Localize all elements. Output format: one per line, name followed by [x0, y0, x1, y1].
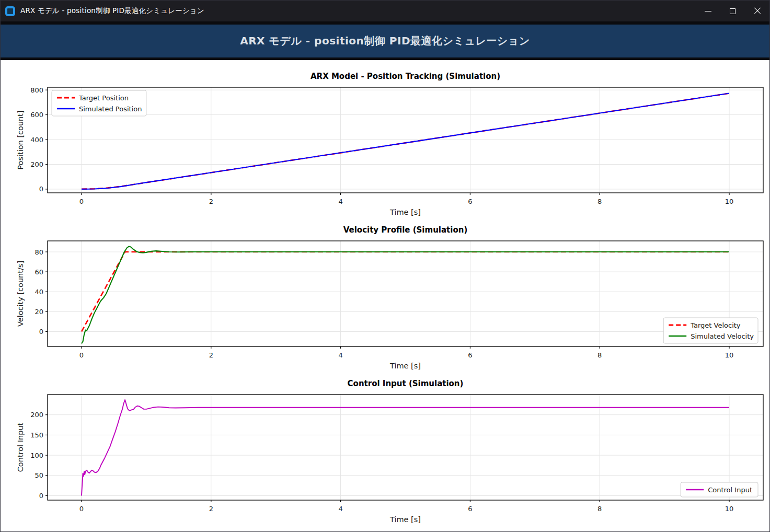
window-controls [696, 1, 769, 21]
x-tick-label: 4 [338, 351, 342, 359]
x-tick-label: 10 [725, 351, 734, 359]
y-tick-label: 0 [39, 185, 43, 193]
legend: Control Input [681, 482, 758, 497]
legend-label-target-velocity: Target Velocity [690, 321, 741, 329]
legend: Target PositionSimulated Position [52, 90, 146, 116]
x-tick-label: 6 [468, 198, 472, 205]
maximize-button[interactable] [720, 1, 745, 21]
app-window: ARX モデル - position制御 PID最適化シミュレーション ARX … [0, 0, 770, 532]
close-button[interactable] [745, 1, 769, 21]
control-x-axis-label: Time [s] [48, 515, 763, 524]
y-tick-label: 600 [30, 111, 43, 119]
window-title: ARX モデル - position制御 PID最適化シミュレーション [20, 6, 204, 16]
x-tick-label: 6 [468, 505, 472, 513]
y-tick-label: 50 [35, 471, 43, 479]
x-tick-label: 8 [597, 198, 602, 205]
x-tick-label: 2 [209, 351, 213, 359]
y-tick-label: 100 [30, 452, 43, 459]
y-tick-label: 60 [35, 268, 43, 276]
series-line-control-input [82, 400, 729, 495]
x-tick-label: 2 [209, 198, 213, 205]
velocity-x-axis-label: Time [s] [48, 362, 763, 370]
titlebar: ARX モデル - position制御 PID最適化シミュレーション [1, 1, 769, 21]
chart-0-svg: 02468100200400600800Target PositionSimul… [1, 71, 770, 224]
y-tick-label: 0 [39, 492, 43, 500]
chart-2-svg: 0246810050100150200Control Input [1, 378, 770, 531]
x-tick-label: 0 [79, 505, 84, 513]
position-y-axis-label: Position [count] [16, 87, 25, 193]
axes-frame [48, 87, 763, 193]
y-tick-label: 400 [30, 136, 43, 144]
x-tick-label: 8 [597, 351, 602, 359]
axes-frame [48, 395, 763, 500]
chart-1-canvas: 0246810020406080Target VelocitySimulated… [1, 224, 770, 378]
velocity-y-axis-label: Velocity [count/s] [16, 241, 25, 346]
chart-section-control: Control Input (Simulation) 0246810050100… [1, 378, 770, 531]
x-tick-label: 10 [725, 198, 734, 205]
x-tick-label: 2 [209, 505, 213, 513]
x-tick-label: 4 [338, 505, 342, 513]
y-tick-label: 80 [35, 248, 43, 256]
position-x-axis-label: Time [s] [48, 208, 763, 216]
x-tick-label: 6 [468, 351, 472, 359]
legend: Target VelocitySimulated Velocity [663, 318, 758, 343]
figure-area: ARX Model - Position Tracking (Simulatio… [1, 60, 769, 531]
chart-1-svg: 0246810020406080Target VelocitySimulated… [1, 224, 770, 378]
app-icon [5, 6, 15, 16]
chart-section-position: ARX Model - Position Tracking (Simulatio… [1, 71, 770, 224]
x-tick-label: 10 [725, 505, 734, 513]
minimize-button[interactable] [696, 1, 720, 21]
legend-label-target-position: Target Position [78, 94, 129, 102]
chart-section-velocity: Velocity Profile (Simulation) 0246810020… [1, 224, 770, 378]
x-tick-label: 4 [338, 198, 342, 205]
y-tick-label: 20 [35, 308, 43, 316]
series-line-simulated-velocity [82, 247, 729, 344]
y-tick-label: 150 [30, 431, 43, 439]
y-tick-label: 200 [30, 160, 43, 168]
chart-2-canvas: 0246810050100150200Control Input [1, 378, 770, 531]
series-line-simulated-position [82, 94, 729, 189]
minimize-icon [705, 11, 711, 11]
legend-label-simulated-position: Simulated Position [79, 105, 142, 113]
y-tick-label: 0 [39, 328, 43, 336]
axes-frame [48, 241, 763, 346]
y-tick-label: 200 [30, 411, 43, 419]
y-tick-label: 800 [30, 86, 43, 94]
x-tick-label: 8 [597, 505, 602, 513]
x-tick-label: 0 [79, 198, 84, 205]
maximize-icon [730, 8, 735, 14]
banner-title: ARX モデル - position制御 PID最適化シミュレーション [240, 34, 530, 48]
close-icon [754, 7, 761, 15]
legend-label-simulated-velocity: Simulated Velocity [691, 332, 754, 340]
legend-label-control-input: Control Input [708, 486, 752, 494]
x-tick-label: 0 [79, 351, 84, 359]
y-tick-label: 40 [35, 288, 43, 296]
chart-0-canvas: 02468100200400600800Target PositionSimul… [1, 71, 770, 224]
control-y-axis-label: Control Input [16, 395, 25, 500]
header-banner: ARX モデル - position制御 PID最適化シミュレーション [1, 25, 769, 57]
